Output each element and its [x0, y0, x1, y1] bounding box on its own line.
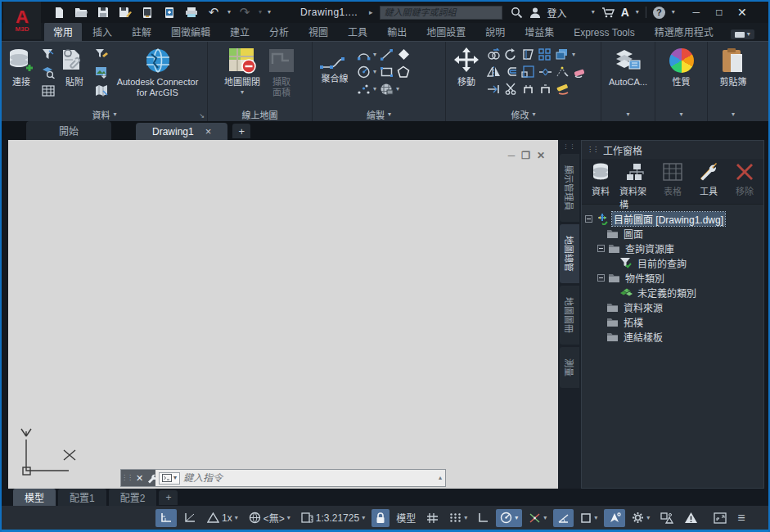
properties-panel-expand[interactable]: ▾	[655, 107, 707, 121]
task-pane-grip-icon[interactable]: ⋮⋮	[587, 147, 598, 152]
command-input[interactable]	[183, 472, 435, 484]
ribbon-tab-help[interactable]: 說明	[476, 22, 514, 41]
tree-item-drawings[interactable]: 圖面	[583, 226, 762, 241]
clean-screen-button[interactable]	[709, 509, 731, 527]
layout-tab-layout2[interactable]: 配置2	[109, 489, 157, 506]
mirror-icon[interactable]	[486, 64, 501, 79]
fillet-icon[interactable]	[555, 64, 570, 79]
ribbon-tab-insert[interactable]: 插入	[83, 22, 121, 41]
command-customize-wrench-icon[interactable]	[146, 473, 155, 484]
maximize-button[interactable]: □	[709, 4, 729, 20]
undo-icon[interactable]: ↶	[205, 5, 222, 20]
attach-image-icon[interactable]	[93, 65, 109, 80]
tree-item-data-sources[interactable]: 資料來源	[583, 300, 762, 314]
collapse-icon[interactable]	[585, 215, 592, 223]
new-layout-button[interactable]: +	[159, 490, 178, 505]
viewport-lock-toggle[interactable]	[371, 509, 390, 527]
erase-icon[interactable]	[572, 64, 587, 79]
tree-item-query-library[interactable]: 查詢資源庫	[583, 241, 762, 255]
join-icon[interactable]	[538, 81, 552, 97]
multiple-points-icon[interactable]	[356, 81, 371, 97]
ribbon-tab-addins[interactable]: 增益集	[516, 22, 563, 41]
new-file-icon[interactable]	[51, 5, 67, 20]
object-snap-tracking-toggle[interactable]: ▾	[525, 509, 551, 527]
help-icon[interactable]: ?	[653, 7, 665, 19]
drawing-canvas[interactable]: ─ ❐ ✕ ⋮⋮ ✕ ▾ ▴	[8, 140, 558, 489]
tree-item-object-classes[interactable]: 物件類別	[583, 270, 762, 285]
collapse-icon[interactable]	[597, 245, 605, 252]
data-panel-launcher-icon[interactable]: ↘	[199, 112, 205, 119]
hatch-icon[interactable]	[379, 81, 394, 97]
signin-dropdown-icon[interactable]: ▾	[592, 9, 595, 16]
autodesk-dropdown-icon[interactable]: ▾	[636, 9, 639, 16]
ribbon-tab-home[interactable]: 常用	[44, 22, 82, 41]
edit-polyline-icon[interactable]	[555, 81, 570, 97]
coordinate-system-control[interactable]: <無>▾	[245, 509, 295, 527]
dynamic-ucs-toggle[interactable]	[179, 509, 200, 527]
ribbon-tab-map-setup[interactable]: 地圖設置	[417, 22, 475, 41]
properties-panel-button[interactable]: 性質	[667, 45, 696, 88]
point-style-icon[interactable]	[396, 47, 411, 62]
clipboard-panel-button[interactable]: 剪貼簿	[718, 45, 750, 88]
viewport-restore-icon[interactable]: ❐	[521, 150, 530, 161]
save-icon[interactable]	[95, 5, 111, 20]
ribbon-tab-view[interactable]: 視圖	[299, 22, 337, 41]
ribbon-tab-featured-apps[interactable]: 精選應用程式	[646, 22, 723, 41]
circle-icon[interactable]	[356, 64, 371, 79]
arc-icon[interactable]	[356, 47, 371, 62]
taskpane-tools-button[interactable]: 工具	[691, 162, 726, 197]
save-to-mobile-icon[interactable]	[139, 5, 155, 20]
command-close-icon[interactable]: ✕	[136, 473, 143, 484]
map-off-button[interactable]: 地圖關閉 ▾	[222, 45, 263, 97]
file-tab-start[interactable]: 開始	[26, 121, 111, 140]
tree-item-topologies[interactable]: 拓樸	[583, 314, 762, 329]
ribbon-tab-annotate[interactable]: 註解	[123, 22, 160, 41]
tree-item-undefined-class[interactable]: 未定義的類別	[583, 285, 762, 300]
annotation-scale-control[interactable]: 1x▾	[203, 509, 242, 527]
model-space-button[interactable]: 模型	[392, 509, 420, 527]
autocad-panel-button[interactable]: AutoCA...	[606, 45, 650, 88]
customize-status-bar-button[interactable]: ≡	[733, 509, 749, 527]
autocad-panel-expand[interactable]: ▾	[601, 107, 655, 121]
ortho-mode-toggle[interactable]	[474, 509, 493, 527]
save-as-icon[interactable]	[117, 5, 133, 20]
copy-icon[interactable]	[486, 47, 501, 62]
open-from-mobile-icon[interactable]	[161, 5, 178, 20]
data-panel-label[interactable]: 資料▾ ↘	[2, 107, 207, 121]
polyline-button[interactable]: 聚合線	[316, 53, 353, 85]
hatch-caret-icon[interactable]: ▾	[396, 86, 399, 92]
isolate-objects-button[interactable]	[656, 509, 678, 527]
polar-tracking-toggle[interactable]: ▾	[496, 509, 522, 527]
break-icon[interactable]	[520, 81, 535, 97]
edit-query-icon[interactable]	[93, 47, 109, 62]
sign-in-label[interactable]: 登入	[547, 6, 567, 20]
file-tab-drawing1[interactable]: Drawing1 ×	[136, 123, 227, 140]
tree-item-current-drawing[interactable]: 目前圖面 [Drawing1.dwg]	[583, 211, 762, 226]
polygon-icon[interactable]	[396, 64, 411, 79]
application-menu-button[interactable]: A M3D	[3, 2, 41, 39]
isometric-drafting-toggle[interactable]	[553, 509, 574, 527]
redo-dropdown-icon[interactable]: ▾	[259, 9, 262, 16]
app-store-cart-icon[interactable]	[601, 7, 615, 18]
attach-map-icon[interactable]	[93, 83, 109, 98]
grid-display-toggle[interactable]	[422, 509, 443, 527]
viewport-scale-control[interactable]: 1:3.21725▾	[297, 509, 369, 527]
open-file-icon[interactable]	[73, 5, 89, 20]
minimize-button[interactable]: ─	[687, 4, 706, 20]
annotation-settings-control[interactable]: ▾	[628, 509, 654, 527]
drawing1-close-icon[interactable]: ×	[205, 125, 212, 138]
viewport-minimize-icon[interactable]: ─	[508, 150, 516, 161]
annotation-visibility-toggle[interactable]	[604, 509, 625, 527]
task-pane-header[interactable]: ⋮⋮ 工作窗格	[582, 141, 763, 159]
user-icon[interactable]	[529, 7, 541, 18]
help-dropdown-icon[interactable]: ▾	[672, 9, 675, 16]
draw-panel-label[interactable]: 繪製▾	[313, 107, 445, 121]
tree-item-current-query[interactable]: 目前的查詢	[583, 255, 762, 270]
side-tab-map-explorer[interactable]: 地圖總管	[560, 224, 579, 283]
undo-dropdown-icon[interactable]: ▾	[227, 9, 231, 16]
arc-caret-icon[interactable]: ▾	[373, 52, 376, 58]
copy-objects-caret-icon[interactable]: ▾	[572, 52, 575, 58]
data-filter-icon[interactable]	[40, 47, 56, 62]
command-history-icon[interactable]: ▴	[439, 475, 442, 481]
points-caret-icon[interactable]: ▾	[373, 86, 376, 92]
